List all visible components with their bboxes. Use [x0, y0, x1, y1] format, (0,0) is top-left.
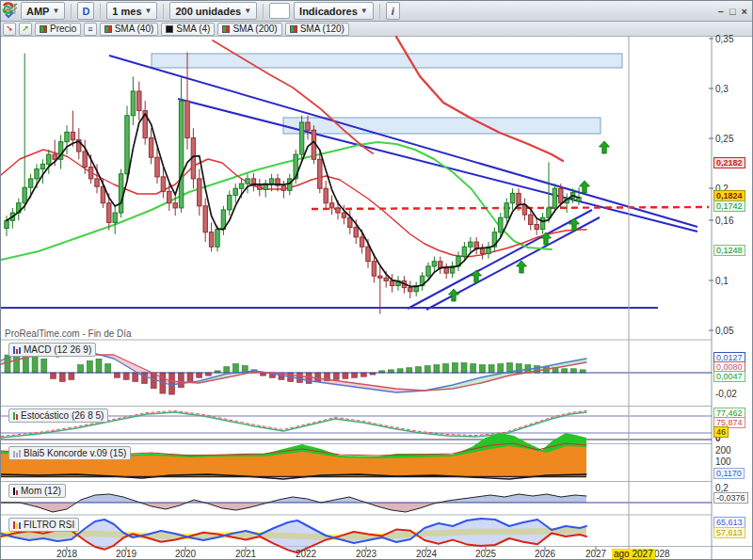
price-legend-label: Precio	[50, 24, 76, 34]
year-label: 2020	[175, 549, 196, 559]
symbol-label: AMP	[26, 6, 49, 17]
legend-row: ➘ ➚ Precio ≡ SMA (40) SMA (4) SMA (200) …	[1, 22, 753, 37]
stoch-panel-label[interactable]: Estocástico (26 8 5)	[8, 408, 108, 423]
candlestick-icon	[40, 25, 47, 33]
sma120-label: SMA (120)	[300, 24, 344, 34]
list-settings-button[interactable]: ≡	[84, 23, 96, 36]
units-label: 200 unidades	[175, 6, 241, 17]
remove-drawing-button[interactable]: ➘	[3, 23, 16, 36]
units-selector[interactable]: 200 unidades ▼	[169, 2, 257, 20]
period-selector[interactable]: 1 mes ▼	[106, 2, 157, 20]
year-label: 2018	[56, 549, 77, 559]
year-label: 2027	[585, 549, 606, 559]
price-tick-label: 0,35	[715, 34, 733, 44]
sma120-color-icon	[290, 25, 297, 33]
sma4-label: SMA (4)	[176, 24, 210, 34]
alert-level-label: 0,2182	[713, 157, 745, 168]
year-label: 2019	[116, 549, 136, 559]
sma40-legend-chip[interactable]: SMA (40)	[100, 23, 159, 36]
mom-label-text: Mom (12)	[21, 486, 61, 496]
period-label: 1 mes	[112, 6, 141, 17]
divider	[100, 4, 101, 19]
sma40-label: SMA (40)	[115, 24, 154, 34]
rsi-panel-label[interactable]: FILTRO RSI	[8, 518, 79, 532]
koncorde-icon	[13, 450, 21, 457]
rsi-value-yellow: 57,613	[713, 527, 745, 538]
sma200-label: SMA (200)	[232, 24, 277, 34]
stoch-mark-value: 46	[713, 426, 729, 438]
daily-label: D	[82, 6, 89, 17]
ma-fast-value-label: 0,1742	[713, 200, 745, 212]
divider	[71, 4, 72, 19]
mom-value: -0,0376	[713, 492, 748, 504]
chevron-down-icon: ▼	[244, 7, 251, 15]
sma4-legend-chip[interactable]: SMA (4)	[161, 23, 215, 36]
window-controls: – □ ×	[698, 4, 751, 18]
koncorde-label-text: Blai5 Koncorde v.09 (15)	[24, 448, 126, 458]
koncorde-value: 0,1170	[713, 468, 745, 479]
daily-button[interactable]: D	[77, 2, 94, 20]
chart-type-icon[interactable]	[269, 3, 290, 19]
app-icon	[4, 4, 17, 19]
date-highlight-label: ago 2027	[612, 549, 655, 559]
sma40-color-icon	[104, 25, 112, 33]
koncorde-panel-label[interactable]: Blai5 Koncorde v.09 (15)	[8, 446, 131, 460]
koncorde-axis-200: 200	[715, 445, 731, 456]
price-tick-label: 0,25	[715, 134, 733, 144]
info-button[interactable]: i	[386, 2, 400, 20]
year-label: 2022	[296, 549, 316, 559]
price-tick-label: 0,16	[715, 216, 733, 226]
divider	[379, 4, 380, 19]
divider	[163, 4, 164, 19]
price-tick-label: 0,05	[715, 326, 733, 336]
sma4-color-icon	[166, 25, 173, 33]
trading-app-window: AMP ▼ D 1 mes ▼ 200 unidades ▼ Indicador…	[0, 0, 753, 560]
titlebar: AMP ▼ D 1 mes ▼ 200 unidades ▼ Indicador…	[1, 1, 753, 22]
add-drawing-button[interactable]: ➚	[19, 23, 32, 36]
sma200-color-icon	[222, 25, 230, 33]
price-legend-chip[interactable]: Precio	[35, 23, 81, 36]
chart-canvas[interactable]	[1, 1, 753, 560]
macd-axis-low: -0,02	[715, 389, 737, 399]
year-label: 2025	[475, 549, 496, 559]
mom-icon	[13, 488, 18, 495]
koncorde-axis-100: 100	[715, 456, 731, 467]
indicators-label: Indicadores	[299, 6, 358, 17]
price-tick-label: 0,3	[715, 84, 729, 94]
sma200-legend-chip[interactable]: SMA (200)	[217, 23, 281, 36]
year-label: 2026	[535, 549, 555, 559]
year-label: 2021	[235, 549, 256, 559]
chevron-down-icon: ▼	[360, 7, 368, 15]
partial-year-label: 028	[654, 549, 670, 559]
info-label: i	[392, 6, 394, 17]
price-tick-label: 0,1	[715, 276, 729, 286]
macd-panel-label[interactable]: MACD (12 26 9)	[8, 343, 96, 357]
year-label: 2023	[356, 549, 376, 559]
close-button[interactable]: ×	[742, 6, 747, 17]
macd-label-text: MACD (12 26 9)	[24, 344, 91, 355]
stoch-label-text: Estocástico (26 8 5)	[21, 410, 104, 421]
macd-value-green: 0,0047	[713, 371, 745, 382]
rsi-icon	[13, 521, 21, 529]
chevron-down-icon: ▼	[145, 7, 152, 15]
ma-slow-value-label: 0,1248	[713, 245, 745, 256]
sma120-legend-chip[interactable]: SMA (120)	[285, 23, 349, 36]
list-icon: ≡	[88, 24, 92, 34]
maximize-button[interactable]: □	[729, 6, 736, 17]
symbol-selector[interactable]: AMP ▼	[21, 2, 65, 20]
year-label: 2024	[416, 549, 437, 559]
mom-panel-label[interactable]: Mom (12)	[8, 484, 66, 498]
refresh-icon[interactable]	[698, 4, 713, 18]
minimize-button[interactable]: –	[718, 6, 724, 17]
chevron-down-icon: ▼	[52, 7, 59, 15]
indicators-button[interactable]: Indicadores ▼	[294, 2, 374, 20]
macd-icon	[13, 346, 21, 354]
stoch-icon	[13, 412, 18, 420]
rsi-label-text: FILTRO RSI	[24, 520, 74, 530]
watermark: ProRealTime.com - Fin de Día	[5, 328, 132, 339]
divider	[263, 4, 264, 19]
